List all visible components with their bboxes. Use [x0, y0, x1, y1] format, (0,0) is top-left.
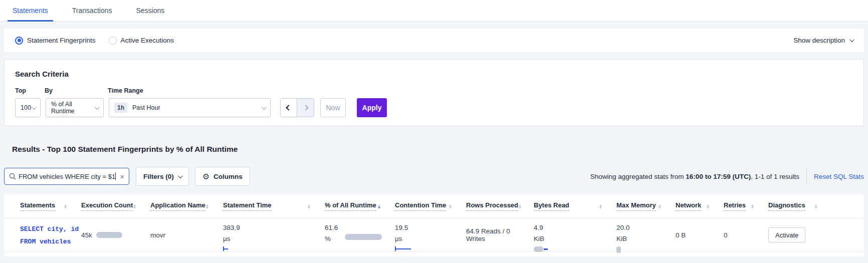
aggregated-stats-text: Showing aggregated stats from 16:00 to 1…: [590, 173, 799, 180]
column-header-contention-time[interactable]: Contention Time▲▼: [395, 201, 466, 211]
time-range-select[interactable]: 1h Past Hour: [109, 98, 271, 117]
runtime-unit: %: [325, 233, 338, 244]
bytes-read-value: 4.9: [534, 222, 611, 233]
view-toggle-panel: Statement Fingerprints Active Executions…: [4, 29, 864, 52]
time-range-content: 1h Past Hour: [114, 103, 160, 113]
statement-time-unit: µs: [223, 233, 320, 244]
by-select[interactable]: % of All Runtime: [46, 98, 104, 117]
sort-icon[interactable]: ▲▼: [599, 204, 602, 209]
top-select[interactable]: 100: [15, 98, 41, 117]
chevron-down-icon: [262, 105, 267, 110]
by-label: By: [45, 87, 104, 94]
column-header-diagnostics[interactable]: Diagnostics▲▼: [768, 201, 864, 211]
sort-icon[interactable]: ▲▼: [205, 204, 209, 209]
tab-sessions-label: Sessions: [136, 7, 164, 15]
time-range-value: Past Hour: [132, 104, 160, 111]
sort-icon[interactable]: ▲▼: [706, 204, 710, 209]
columns-button[interactable]: ⚙ Columns: [195, 167, 250, 186]
contention-time-unit: µs: [395, 233, 461, 244]
by-select-value: % of All Runtime: [51, 101, 95, 115]
radio-active-executions[interactable]: Active Executions: [109, 37, 174, 45]
clear-search-icon[interactable]: ×: [120, 173, 124, 180]
filters-button[interactable]: Filters (0): [136, 167, 189, 186]
results-toolbar: y, id FROM vehicles WHERE city = $1 × Fi…: [4, 167, 864, 186]
sort-icon[interactable]: ▲▼: [751, 204, 754, 209]
tab-transactions[interactable]: Transactions: [67, 0, 117, 21]
column-header-max-memory[interactable]: Max Memory▲▼: [616, 201, 676, 211]
time-range-badge: 1h: [114, 103, 127, 113]
text-cursor: [115, 172, 116, 180]
runtime-cell: 61.6 %: [325, 218, 395, 251]
sort-icon[interactable]: ▲▼: [449, 204, 452, 209]
search-input[interactable]: y, id FROM vehicles WHERE city = $1 ×: [4, 168, 129, 185]
reset-sql-stats-link[interactable]: Reset SQL Stats: [814, 173, 864, 180]
tab-sessions[interactable]: Sessions: [131, 0, 169, 21]
results-title: Results - Top 100 Statement Fingerprints…: [12, 144, 868, 154]
radio-selected-icon: [15, 37, 23, 45]
column-header-runtime[interactable]: % of All Runtime▲▼: [325, 201, 395, 211]
toolbar-right: Showing aggregated stats from 16:00 to 1…: [590, 168, 864, 185]
application-name-value: movr: [150, 231, 165, 239]
application-name-cell: movr: [150, 218, 223, 251]
columns-button-label: Columns: [213, 173, 243, 180]
max-memory-unit: KiB: [616, 233, 671, 244]
column-header-statements[interactable]: Statements▲▼: [20, 201, 81, 211]
activate-diagnostics-button[interactable]: Activate: [768, 227, 805, 242]
sort-icon[interactable]: ▲▼: [64, 204, 67, 209]
previous-window-button[interactable]: [281, 99, 297, 117]
next-window-button[interactable]: [297, 99, 314, 117]
column-header-bytes-read[interactable]: Bytes Read▲▼: [534, 201, 616, 211]
now-button[interactable]: Now: [320, 98, 346, 117]
column-header-rows-processed[interactable]: Rows Processed▲▼: [466, 201, 534, 211]
diagnostics-cell: Activate: [768, 218, 864, 251]
chevron-left-icon: [286, 105, 291, 110]
filters-button-label: Filters (0): [143, 173, 174, 180]
max-memory-value: 20.0: [616, 222, 671, 233]
search-input-value: y, id FROM vehicles WHERE city = $1: [19, 173, 115, 180]
contention-time-bar: [395, 246, 461, 251]
search-criteria-panel: Search Criteria Top 100 By % of All Runt…: [4, 59, 864, 126]
radio-unselected-icon: [109, 37, 117, 45]
execution-count-value: 45k: [81, 231, 92, 239]
execution-count-bar: [96, 232, 122, 238]
sort-icon-active-desc[interactable]: ▲▼: [377, 204, 381, 209]
search-criteria-title: Search Criteria: [11, 70, 853, 78]
contention-time-cell: 19.5 µs: [395, 218, 466, 251]
bytes-read-cell: 4.9 KiB: [534, 218, 616, 251]
time-range-label: Time Range: [108, 87, 271, 94]
execution-count-cell: 45k: [81, 218, 150, 251]
chevron-right-icon: [303, 105, 308, 110]
network-value: 0 B: [676, 231, 686, 239]
statement-fingerprint-link[interactable]: SELECT city, id FROM vehicles: [20, 218, 81, 251]
statement-time-value: 383.9: [223, 222, 320, 233]
sort-icon[interactable]: ▲▼: [307, 204, 311, 209]
column-header-execution-count[interactable]: Execution Count▲▼: [81, 201, 150, 211]
network-cell: 0 B: [676, 218, 724, 251]
apply-button[interactable]: Apply: [357, 98, 387, 117]
column-header-application-name[interactable]: Application Name▲▼: [150, 201, 223, 211]
retries-value: 0: [724, 231, 728, 239]
search-criteria-controls: Top 100 By % of All Runtime Time Range 1…: [11, 87, 853, 117]
max-memory-cell: 20.0 KiB: [616, 218, 676, 251]
sort-icon[interactable]: ▲▼: [133, 204, 136, 209]
tab-statements-label: Statements: [13, 7, 48, 15]
table-header-row: Statements▲▼ Execution Count▲▼ Applicati…: [4, 194, 864, 218]
contention-time-value: 19.5: [395, 222, 461, 233]
tab-statements[interactable]: Statements: [8, 0, 53, 21]
statement-time-bar: [223, 246, 320, 251]
statements-table: Statements▲▼ Execution Count▲▼ Applicati…: [4, 194, 864, 256]
show-description-toggle[interactable]: Show description: [793, 37, 853, 44]
sort-icon[interactable]: ▲▼: [658, 204, 662, 209]
gear-icon: ⚙: [202, 172, 209, 181]
show-description-label: Show description: [793, 37, 845, 44]
bytes-read-bar: [534, 246, 611, 252]
statement-time-cell: 383.9 µs: [223, 218, 325, 251]
sort-icon[interactable]: ▲▼: [518, 204, 522, 209]
radio-statement-fingerprints[interactable]: Statement Fingerprints: [15, 37, 96, 45]
column-header-retries[interactable]: Retries▲▼: [724, 201, 768, 211]
retries-cell: 0: [724, 218, 768, 251]
sort-icon[interactable]: ▲▼: [814, 204, 818, 209]
column-header-network[interactable]: Network▲▼: [676, 201, 724, 211]
chevron-down-icon: [849, 37, 854, 42]
column-header-statement-time[interactable]: Statement Time▲▼: [223, 201, 325, 211]
